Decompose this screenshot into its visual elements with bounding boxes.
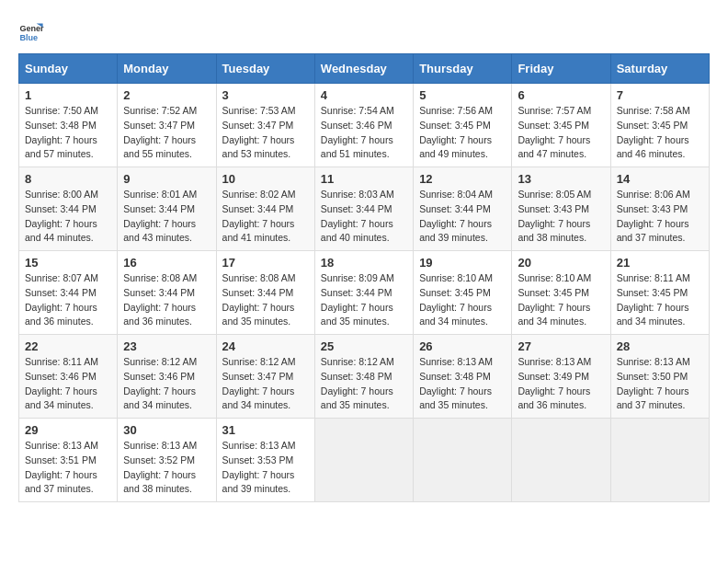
day-number: 10 — [222, 172, 309, 186]
day-number: 12 — [419, 172, 506, 186]
day-detail: Sunrise: 8:13 AM Sunset: 3:51 PM Dayligh… — [25, 439, 111, 497]
day-number: 5 — [419, 88, 506, 102]
calendar-week-row: 22 Sunrise: 8:11 AM Sunset: 3:46 PM Dayl… — [19, 335, 710, 419]
calendar-day-cell: 25 Sunrise: 8:12 AM Sunset: 3:48 PM Dayl… — [314, 335, 413, 419]
day-number: 26 — [419, 339, 506, 353]
day-number: 6 — [518, 88, 604, 102]
calendar-day-cell — [414, 419, 512, 502]
day-number: 18 — [321, 256, 407, 270]
day-detail: Sunrise: 7:53 AM Sunset: 3:47 PM Dayligh… — [222, 104, 309, 162]
day-number: 3 — [222, 88, 309, 102]
day-number: 19 — [419, 256, 506, 270]
calendar-day-cell: 22 Sunrise: 8:11 AM Sunset: 3:46 PM Dayl… — [19, 335, 118, 419]
day-number: 29 — [25, 423, 111, 437]
day-detail: Sunrise: 8:11 AM Sunset: 3:45 PM Dayligh… — [617, 271, 703, 329]
calendar-day-cell: 9 Sunrise: 8:01 AM Sunset: 3:44 PM Dayli… — [118, 167, 216, 251]
day-detail: Sunrise: 7:58 AM Sunset: 3:45 PM Dayligh… — [617, 104, 703, 162]
calendar-day-cell: 18 Sunrise: 8:09 AM Sunset: 3:44 PM Dayl… — [314, 251, 413, 335]
calendar-day-cell: 27 Sunrise: 8:13 AM Sunset: 3:49 PM Dayl… — [512, 335, 610, 419]
weekday-header: Tuesday — [216, 54, 314, 84]
weekday-header: Thursday — [414, 54, 512, 84]
calendar-day-cell: 5 Sunrise: 7:56 AM Sunset: 3:45 PM Dayli… — [414, 84, 512, 167]
calendar-day-cell: 17 Sunrise: 8:08 AM Sunset: 3:44 PM Dayl… — [216, 251, 314, 335]
calendar-day-cell: 12 Sunrise: 8:04 AM Sunset: 3:44 PM Dayl… — [414, 167, 512, 251]
day-number: 22 — [25, 339, 111, 353]
calendar-day-cell: 28 Sunrise: 8:13 AM Sunset: 3:50 PM Dayl… — [610, 335, 709, 419]
day-detail: Sunrise: 8:12 AM Sunset: 3:47 PM Dayligh… — [222, 355, 309, 413]
day-detail: Sunrise: 7:50 AM Sunset: 3:48 PM Dayligh… — [25, 104, 111, 162]
day-number: 24 — [222, 339, 309, 353]
day-detail: Sunrise: 8:09 AM Sunset: 3:44 PM Dayligh… — [321, 271, 407, 329]
day-detail: Sunrise: 8:06 AM Sunset: 3:43 PM Dayligh… — [617, 188, 703, 246]
calendar-day-cell: 20 Sunrise: 8:10 AM Sunset: 3:45 PM Dayl… — [512, 251, 610, 335]
day-detail: Sunrise: 8:12 AM Sunset: 3:48 PM Dayligh… — [321, 355, 407, 413]
calendar-day-cell: 14 Sunrise: 8:06 AM Sunset: 3:43 PM Dayl… — [610, 167, 709, 251]
calendar-day-cell: 23 Sunrise: 8:12 AM Sunset: 3:46 PM Dayl… — [118, 335, 216, 419]
day-number: 1 — [25, 88, 111, 102]
calendar-week-row: 8 Sunrise: 8:00 AM Sunset: 3:44 PM Dayli… — [19, 167, 710, 251]
weekday-header: Sunday — [19, 54, 118, 84]
calendar-day-cell: 6 Sunrise: 7:57 AM Sunset: 3:45 PM Dayli… — [512, 84, 610, 167]
calendar-day-cell: 7 Sunrise: 7:58 AM Sunset: 3:45 PM Dayli… — [610, 84, 709, 167]
day-detail: Sunrise: 8:00 AM Sunset: 3:44 PM Dayligh… — [25, 188, 111, 246]
calendar-day-cell: 11 Sunrise: 8:03 AM Sunset: 3:44 PM Dayl… — [314, 167, 413, 251]
day-detail: Sunrise: 8:12 AM Sunset: 3:46 PM Dayligh… — [123, 355, 210, 413]
day-detail: Sunrise: 8:13 AM Sunset: 3:50 PM Dayligh… — [617, 355, 703, 413]
day-detail: Sunrise: 8:03 AM Sunset: 3:44 PM Dayligh… — [321, 188, 407, 246]
logo-icon: General Blue — [18, 18, 44, 44]
day-detail: Sunrise: 8:01 AM Sunset: 3:44 PM Dayligh… — [123, 188, 210, 246]
calendar-day-cell: 31 Sunrise: 8:13 AM Sunset: 3:53 PM Dayl… — [216, 419, 314, 502]
calendar-day-cell: 1 Sunrise: 7:50 AM Sunset: 3:48 PM Dayli… — [19, 84, 118, 167]
day-detail: Sunrise: 8:13 AM Sunset: 3:48 PM Dayligh… — [419, 355, 506, 413]
day-number: 2 — [123, 88, 210, 102]
day-number: 8 — [25, 172, 111, 186]
calendar-day-cell: 2 Sunrise: 7:52 AM Sunset: 3:47 PM Dayli… — [118, 84, 216, 167]
calendar-day-cell — [512, 419, 610, 502]
calendar-day-cell: 16 Sunrise: 8:08 AM Sunset: 3:44 PM Dayl… — [118, 251, 216, 335]
day-number: 4 — [321, 88, 407, 102]
calendar-day-cell: 19 Sunrise: 8:10 AM Sunset: 3:45 PM Dayl… — [414, 251, 512, 335]
day-number: 9 — [123, 172, 210, 186]
day-number: 25 — [321, 339, 407, 353]
day-number: 14 — [617, 172, 703, 186]
day-number: 20 — [518, 256, 604, 270]
calendar-day-cell: 3 Sunrise: 7:53 AM Sunset: 3:47 PM Dayli… — [216, 84, 314, 167]
day-detail: Sunrise: 7:57 AM Sunset: 3:45 PM Dayligh… — [518, 104, 604, 162]
calendar-week-row: 15 Sunrise: 8:07 AM Sunset: 3:44 PM Dayl… — [19, 251, 710, 335]
svg-text:Blue: Blue — [19, 33, 38, 42]
calendar-day-cell: 26 Sunrise: 8:13 AM Sunset: 3:48 PM Dayl… — [414, 335, 512, 419]
day-detail: Sunrise: 8:13 AM Sunset: 3:53 PM Dayligh… — [222, 439, 309, 497]
day-number: 13 — [518, 172, 604, 186]
logo: General Blue — [18, 18, 48, 44]
day-detail: Sunrise: 8:02 AM Sunset: 3:44 PM Dayligh… — [222, 188, 309, 246]
weekday-header: Wednesday — [314, 54, 413, 84]
day-number: 11 — [321, 172, 407, 186]
calendar-day-cell: 21 Sunrise: 8:11 AM Sunset: 3:45 PM Dayl… — [610, 251, 709, 335]
day-number: 16 — [123, 256, 210, 270]
day-detail: Sunrise: 8:11 AM Sunset: 3:46 PM Dayligh… — [25, 355, 111, 413]
day-detail: Sunrise: 7:56 AM Sunset: 3:45 PM Dayligh… — [419, 104, 506, 162]
calendar-table: SundayMondayTuesdayWednesdayThursdayFrid… — [18, 53, 710, 502]
day-detail: Sunrise: 7:52 AM Sunset: 3:47 PM Dayligh… — [123, 104, 210, 162]
calendar-day-cell: 29 Sunrise: 8:13 AM Sunset: 3:51 PM Dayl… — [19, 419, 118, 502]
day-detail: Sunrise: 8:08 AM Sunset: 3:44 PM Dayligh… — [222, 271, 309, 329]
day-detail: Sunrise: 7:54 AM Sunset: 3:46 PM Dayligh… — [321, 104, 407, 162]
day-detail: Sunrise: 8:13 AM Sunset: 3:49 PM Dayligh… — [518, 355, 604, 413]
day-number: 7 — [617, 88, 703, 102]
calendar-day-cell — [610, 419, 709, 502]
day-detail: Sunrise: 8:10 AM Sunset: 3:45 PM Dayligh… — [518, 271, 604, 329]
calendar-header-row: SundayMondayTuesdayWednesdayThursdayFrid… — [19, 54, 710, 84]
day-detail: Sunrise: 8:13 AM Sunset: 3:52 PM Dayligh… — [123, 439, 210, 497]
calendar-day-cell: 15 Sunrise: 8:07 AM Sunset: 3:44 PM Dayl… — [19, 251, 118, 335]
day-detail: Sunrise: 8:04 AM Sunset: 3:44 PM Dayligh… — [419, 188, 506, 246]
day-number: 31 — [222, 423, 309, 437]
weekday-header: Friday — [512, 54, 610, 84]
calendar-day-cell: 13 Sunrise: 8:05 AM Sunset: 3:43 PM Dayl… — [512, 167, 610, 251]
day-number: 21 — [617, 256, 703, 270]
day-number: 15 — [25, 256, 111, 270]
weekday-header: Saturday — [610, 54, 709, 84]
day-detail: Sunrise: 8:10 AM Sunset: 3:45 PM Dayligh… — [419, 271, 506, 329]
calendar-day-cell: 24 Sunrise: 8:12 AM Sunset: 3:47 PM Dayl… — [216, 335, 314, 419]
day-number: 17 — [222, 256, 309, 270]
day-number: 30 — [123, 423, 210, 437]
